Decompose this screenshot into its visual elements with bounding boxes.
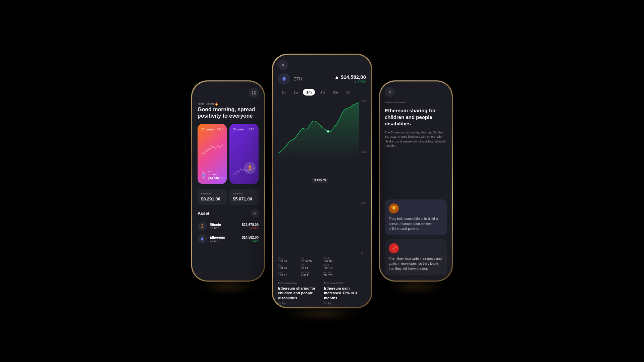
menu-icon[interactable] — [249, 88, 259, 98]
y-label-0: 0 — [361, 252, 366, 255]
btc-asset-info: Bitcoin 0.5 BTC — [210, 223, 239, 230]
eth-left: ETH — [278, 73, 302, 85]
phone-center-inner: < ETH ▲ $14,582,00 + 2,6% — [273, 55, 371, 307]
btc-asset-change: -4.32% — [242, 227, 259, 230]
btc-asset-price: $22,678.00 — [242, 223, 259, 227]
answer-card-2[interactable]: 📌 Then they also write their goals and g… — [385, 239, 447, 275]
eth-header: ETH ▲ $14,582,00 + 2,6% — [273, 73, 371, 89]
right-phone-content: < Etherureum News Ethereum sharing for c… — [380, 81, 452, 281]
btc-asset-icon: ₿ — [198, 222, 207, 231]
answer-text-2: Then they also write their goals and goa… — [389, 256, 443, 271]
news-cards: Ethereum News Ethereum sharing for child… — [273, 279, 371, 307]
btc-card-label: Bitcoin — [233, 128, 244, 131]
asset-item-eth[interactable]: Ethereum 0.7 ETH $14,582.00 +2.6% — [198, 234, 259, 244]
time-tabs: 1d 1w 1m 3m 6m 1y — [273, 89, 371, 100]
stat-vol: Vol52.877M — [301, 257, 321, 263]
balance-cards: Balance $8.291,00 Balance $5.071,00 — [198, 189, 259, 205]
answer-text-1: They hold competitions to build a sense … — [389, 216, 443, 231]
svg-point-5 — [327, 130, 329, 132]
eth-sparkline — [202, 143, 223, 158]
stat-mktcap: Mkt Cap2.31T — [301, 271, 321, 277]
asset-header: Asset + — [198, 209, 259, 217]
crypto-cards: Ethereum ETH — [198, 124, 259, 184]
eth-ticker-name: ETH — [293, 76, 302, 81]
balance-eth-card: Balance $8.291,00 — [198, 189, 227, 205]
stat-pe: P/E30.21 — [301, 264, 321, 270]
eth-asset-icon — [198, 234, 207, 244]
greeting-section: Hello, Albert 🔥 Good morning, spread pos… — [198, 102, 259, 119]
trophy-icon: 🏆 — [389, 203, 399, 214]
news-card-1[interactable]: Ethereum News Ethereum sharing for child… — [278, 282, 320, 305]
asset-list: ₿ Bitcoin 0.5 BTC $22,678.00 -4.32% — [198, 222, 259, 244]
tab-1m[interactable]: 1m — [303, 89, 315, 96]
btc-asset-sub: 0.5 BTC — [210, 227, 239, 230]
chart-area: 400 300 200 0 — [273, 100, 371, 255]
center-top-bar: < — [273, 55, 371, 73]
eth-price-change: + 2,6% — [334, 80, 366, 84]
y-label-400: 400 — [361, 100, 366, 103]
tab-6m[interactable]: 6m — [330, 89, 341, 96]
balance-btc-amount: $5.071,00 — [233, 196, 255, 201]
tab-3m[interactable]: 3m — [316, 89, 328, 96]
greeting-hello: Hello, Albert 🔥 — [198, 102, 259, 106]
eth-asset-price: $14,582.00 — [242, 236, 259, 239]
right-back-button[interactable]: < — [385, 87, 395, 97]
left-top-bar — [198, 88, 259, 98]
balance-btc-label: Balance — [233, 192, 255, 195]
asset-title: Asset — [198, 211, 209, 216]
news-card-2[interactable]: Ethereum Pedia Ethereum gain increased 1… — [324, 282, 366, 305]
news-date-1: 4d Ago — [278, 302, 320, 305]
stat-52wl: 52w L103.10 — [323, 264, 343, 270]
eth-logo — [278, 73, 290, 85]
eth-asset-price-info: $14,582.00 +2.6% — [242, 236, 259, 242]
balance-eth-amount: $8.291,00 — [201, 196, 223, 201]
btc-card[interactable]: Bitcoin BTC ₿ — [229, 124, 259, 184]
phone-right: < Etherureum News Ethereum sharing for c… — [379, 80, 453, 282]
chart-y-labels: 400 300 200 0 — [361, 100, 366, 255]
eth-price-main: ▲ $14,582,00 — [334, 74, 366, 80]
stat-open: Open153.74 — [278, 257, 298, 263]
news-title-2: Ethereum gain increased 12% in 3 months — [324, 286, 366, 300]
eth-icon-small — [202, 171, 206, 179]
y-label-200: 200 — [361, 201, 366, 204]
stat-high: High154.61 — [278, 264, 298, 270]
balance-btc-card: Balance $5.071,00 — [229, 189, 259, 205]
center-phone-content: < ETH ▲ $14,582,00 + 2,6% — [273, 55, 371, 307]
tab-1d[interactable]: 1d — [278, 89, 289, 96]
pin-icon: 📌 — [389, 243, 399, 253]
news-cat-1: Ethereum News — [278, 282, 320, 285]
btc-asset-price-info: $22,678.00 -4.32% — [242, 223, 259, 230]
phones-container: Hello, Albert 🔥 Good morning, spread pos… — [178, 34, 466, 328]
add-asset-button[interactable]: + — [251, 209, 259, 217]
page-root: Hello, Albert 🔥 Good morning, spread pos… — [0, 0, 644, 362]
article-body: The Ethereum community, Monday, October … — [385, 130, 447, 148]
stat-52wh: 52w H154.98 — [323, 257, 343, 263]
stat-low: Low153.10 — [278, 271, 298, 277]
eth-card-stats: Profit ▲ 2,6% $14,582,00 — [208, 170, 224, 180]
answer-card-1[interactable]: 🏆 They hold competitions to build a sens… — [385, 199, 447, 235]
price-chart — [278, 100, 366, 160]
greeting-main: Good morning, spread positivity to every… — [198, 106, 259, 119]
grid-dots-icon — [252, 91, 256, 95]
article-title: Ethereum sharing for children and people… — [385, 107, 447, 127]
tab-1w[interactable]: 1w — [290, 89, 302, 96]
center-back-button[interactable]: < — [278, 60, 288, 70]
btc-card-symbol: BTC — [249, 128, 255, 131]
eth-asset-sub: 0.7 ETH — [210, 239, 239, 242]
news-date-2: 6d Ago — [324, 302, 366, 305]
stat-avgvol: Avg Vol76.67m — [323, 271, 343, 277]
article-category: Etherureum News — [385, 101, 447, 104]
eth-asset-name: Ethereum — [210, 236, 239, 239]
right-article: Etherureum News Ethereum sharing for chi… — [385, 101, 447, 195]
phone-center: < ETH ▲ $14,582,00 + 2,6% — [272, 54, 372, 308]
eth-card[interactable]: Ethereum ETH — [198, 124, 227, 184]
eth-asset-info: Ethereum 0.7 ETH — [210, 236, 239, 242]
news-title-1: Ethereum sharing for children and people… — [278, 286, 320, 300]
tab-1y[interactable]: 1y — [343, 89, 354, 96]
phone-left-inner: Hello, Albert 🔥 Good morning, spread pos… — [192, 81, 264, 281]
asset-item-btc[interactable]: ₿ Bitcoin 0.5 BTC $22,678.00 -4.32% — [198, 222, 259, 231]
left-phone-content: Hello, Albert 🔥 Good morning, spread pos… — [192, 81, 264, 281]
phone-right-inner: < Etherureum News Ethereum sharing for c… — [380, 81, 452, 281]
eth-price-right: ▲ $14,582,00 + 2,6% — [334, 74, 366, 84]
eth-asset-change: +2.6% — [242, 239, 259, 242]
